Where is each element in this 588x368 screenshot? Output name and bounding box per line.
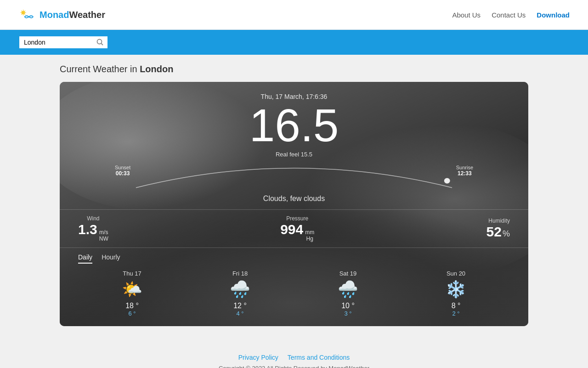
header: MonadWeather About Us Contact Us Downloa… [0,0,588,30]
svg-line-8 [21,14,22,15]
footer: Privacy Policy Terms and Conditions Copy… [0,345,588,368]
wind-value: 1.3 [78,222,97,237]
sunrise-time: 12:33 [456,170,473,177]
search-button[interactable] [93,36,107,48]
weather-widget: Thu, 17 March, 17:6:36 16.5 Real feel 15… [60,82,528,326]
forecast-days: Thu 17 🌤️ 18 ° 6 ° Fri 18 🌧️ 12 ° 4 ° Sa… [60,265,528,326]
forecast-day-2: Sat 19 🌧️ 10 ° 3 ° [294,270,402,317]
forecast-day-1: Fri 18 🌧️ 12 ° 4 ° [186,270,294,317]
forecast-day-label: Fri 18 [186,270,294,277]
page-title-prefix: Current Weather in [60,64,140,74]
nav-about[interactable]: About Us [452,11,481,19]
svg-point-9 [97,40,102,44]
forecast-day-label: Sat 19 [294,270,402,277]
logo: MonadWeather [18,8,105,21]
weather-top-section: Thu, 17 March, 17:6:36 16.5 Real feel 15… [60,82,528,162]
wind-unit: m/s [99,229,108,236]
pressure-unit2: Hg [306,236,313,242]
weather-condition: Clouds, few clouds [60,195,528,203]
sunrise-label: Sunrise 12:33 [456,165,473,177]
page-content: Current Weather in London Thu, 17 March,… [41,55,547,335]
forecast-low: 3 ° [294,310,402,317]
page-title-city: London [140,64,173,74]
footer-copyright: Copyright © 2022 All Rights Reserved by … [9,365,579,368]
forecast-tabs: Daily Hourly [60,248,528,265]
weather-temperature: 16.5 [78,102,510,148]
svg-line-7 [24,11,25,12]
nav-contact[interactable]: Contact Us [492,11,526,19]
sun-arc-svg [96,162,492,190]
footer-terms[interactable]: Terms and Conditions [288,354,350,361]
weather-content: Thu, 17 March, 17:6:36 16.5 Real feel 15… [60,82,528,326]
forecast-day-label: Sun 20 [402,270,510,277]
weather-stats: Wind 1.3 m/s NW Pressure 994 mm [60,209,528,248]
tab-hourly[interactable]: Hourly [102,253,120,264]
search-icon [96,39,104,46]
stat-humidity: Humidity 52 % [486,218,510,240]
search-bar [0,30,588,55]
humidity-label: Humidity [486,218,510,224]
svg-line-10 [102,44,103,46]
forecast-day-3: Sun 20 ❄️ 8 ° 2 ° [402,270,510,317]
forecast-low: 2 ° [402,310,510,317]
svg-point-11 [444,178,450,184]
weather-real-feel: Real feel 15.5 [78,151,510,158]
forecast-high: 18 ° [78,302,186,310]
svg-line-6 [24,14,25,15]
forecast-high: 8 ° [402,302,510,310]
humidity-unit: % [503,229,510,239]
forecast-day-0: Thu 17 🌤️ 18 ° 6 ° [78,270,186,317]
forecast-high: 10 ° [294,302,402,310]
forecast-high: 12 ° [186,302,294,310]
sun-arc: Sunset 00:33 Sunrise 12:33 [96,162,492,190]
forecast-icon: ❄️ [402,280,510,299]
stat-pressure: Pressure 994 mm Hg [280,215,314,242]
forecast-day-label: Thu 17 [78,270,186,277]
stat-wind: Wind 1.3 m/s NW [78,215,108,242]
search-input[interactable] [19,36,93,48]
logo-monad: Monad [40,10,69,20]
nav-download[interactable]: Download [537,11,570,19]
logo-weather: Weather [69,10,105,20]
tab-daily[interactable]: Daily [78,253,92,264]
footer-privacy[interactable]: Privacy Policy [238,354,278,361]
pressure-unit: mm [305,229,314,236]
humidity-value: 52 [486,224,502,240]
main-nav: About Us Contact Us Download [452,11,570,19]
pressure-value: 994 [280,222,303,237]
wind-label: Wind [78,215,108,222]
pressure-label: Pressure [280,215,314,222]
forecast-icon: 🌤️ [78,280,186,299]
page-title: Current Weather in London [60,64,528,75]
logo-text: MonadWeather [40,10,105,20]
footer-links: Privacy Policy Terms and Conditions [9,354,579,361]
forecast-low: 4 ° [186,310,294,317]
forecast-low: 6 ° [78,310,186,317]
wind-dir: NW [99,236,108,242]
forecast-icon: 🌧️ [294,280,402,299]
search-wrapper [18,35,108,49]
logo-icon [18,8,36,21]
svg-line-5 [21,11,22,12]
forecast-icon: 🌧️ [186,280,294,299]
sunrise-text: Sunrise [456,165,473,170]
